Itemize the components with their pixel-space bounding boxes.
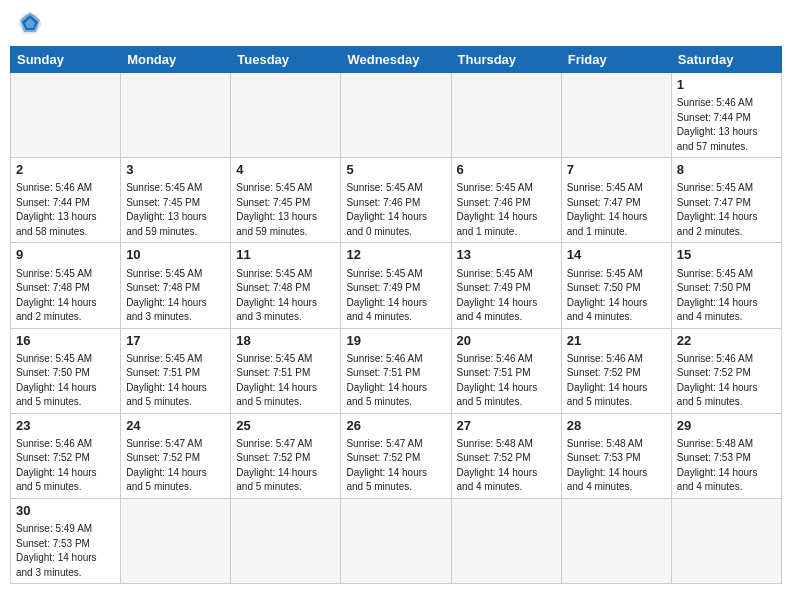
calendar-cell: 24Sunrise: 5:47 AMSunset: 7:52 PMDayligh… xyxy=(121,413,231,498)
calendar-week-row: 1Sunrise: 5:46 AMSunset: 7:44 PMDaylight… xyxy=(11,73,782,158)
calendar-cell: 1Sunrise: 5:46 AMSunset: 7:44 PMDaylight… xyxy=(671,73,781,158)
calendar-header-wednesday: Wednesday xyxy=(341,47,451,73)
day-number: 13 xyxy=(457,246,556,264)
day-info: Sunrise: 5:45 AMSunset: 7:45 PMDaylight:… xyxy=(126,181,225,239)
day-info: Sunrise: 5:46 AMSunset: 7:51 PMDaylight:… xyxy=(457,352,556,410)
day-info: Sunrise: 5:49 AMSunset: 7:53 PMDaylight:… xyxy=(16,522,115,580)
day-number: 6 xyxy=(457,161,556,179)
calendar-cell xyxy=(451,498,561,583)
calendar-cell: 20Sunrise: 5:46 AMSunset: 7:51 PMDayligh… xyxy=(451,328,561,413)
calendar-cell: 26Sunrise: 5:47 AMSunset: 7:52 PMDayligh… xyxy=(341,413,451,498)
calendar-cell: 13Sunrise: 5:45 AMSunset: 7:49 PMDayligh… xyxy=(451,243,561,328)
calendar-cell: 18Sunrise: 5:45 AMSunset: 7:51 PMDayligh… xyxy=(231,328,341,413)
calendar-cell xyxy=(341,498,451,583)
day-number: 12 xyxy=(346,246,445,264)
calendar-cell xyxy=(561,498,671,583)
day-number: 16 xyxy=(16,332,115,350)
day-info: Sunrise: 5:45 AMSunset: 7:50 PMDaylight:… xyxy=(16,352,115,410)
day-info: Sunrise: 5:45 AMSunset: 7:48 PMDaylight:… xyxy=(236,267,335,325)
calendar-cell: 9Sunrise: 5:45 AMSunset: 7:48 PMDaylight… xyxy=(11,243,121,328)
day-number: 7 xyxy=(567,161,666,179)
calendar-week-row: 30Sunrise: 5:49 AMSunset: 7:53 PMDayligh… xyxy=(11,498,782,583)
day-number: 23 xyxy=(16,417,115,435)
day-info: Sunrise: 5:45 AMSunset: 7:48 PMDaylight:… xyxy=(16,267,115,325)
calendar-cell: 30Sunrise: 5:49 AMSunset: 7:53 PMDayligh… xyxy=(11,498,121,583)
calendar-cell xyxy=(231,73,341,158)
day-number: 22 xyxy=(677,332,776,350)
day-info: Sunrise: 5:45 AMSunset: 7:50 PMDaylight:… xyxy=(567,267,666,325)
day-info: Sunrise: 5:48 AMSunset: 7:52 PMDaylight:… xyxy=(457,437,556,495)
day-info: Sunrise: 5:45 AMSunset: 7:46 PMDaylight:… xyxy=(346,181,445,239)
day-info: Sunrise: 5:45 AMSunset: 7:47 PMDaylight:… xyxy=(567,181,666,239)
calendar-week-row: 16Sunrise: 5:45 AMSunset: 7:50 PMDayligh… xyxy=(11,328,782,413)
day-info: Sunrise: 5:46 AMSunset: 7:44 PMDaylight:… xyxy=(677,96,776,154)
calendar-cell: 12Sunrise: 5:45 AMSunset: 7:49 PMDayligh… xyxy=(341,243,451,328)
calendar-cell: 14Sunrise: 5:45 AMSunset: 7:50 PMDayligh… xyxy=(561,243,671,328)
day-info: Sunrise: 5:45 AMSunset: 7:49 PMDaylight:… xyxy=(457,267,556,325)
day-info: Sunrise: 5:46 AMSunset: 7:52 PMDaylight:… xyxy=(16,437,115,495)
calendar-cell: 22Sunrise: 5:46 AMSunset: 7:52 PMDayligh… xyxy=(671,328,781,413)
calendar-cell xyxy=(231,498,341,583)
day-number: 8 xyxy=(677,161,776,179)
calendar-cell xyxy=(11,73,121,158)
calendar-week-row: 2Sunrise: 5:46 AMSunset: 7:44 PMDaylight… xyxy=(11,158,782,243)
day-info: Sunrise: 5:45 AMSunset: 7:49 PMDaylight:… xyxy=(346,267,445,325)
day-number: 28 xyxy=(567,417,666,435)
day-info: Sunrise: 5:47 AMSunset: 7:52 PMDaylight:… xyxy=(346,437,445,495)
day-number: 20 xyxy=(457,332,556,350)
day-info: Sunrise: 5:46 AMSunset: 7:44 PMDaylight:… xyxy=(16,181,115,239)
day-info: Sunrise: 5:48 AMSunset: 7:53 PMDaylight:… xyxy=(677,437,776,495)
calendar-week-row: 9Sunrise: 5:45 AMSunset: 7:48 PMDaylight… xyxy=(11,243,782,328)
day-info: Sunrise: 5:45 AMSunset: 7:51 PMDaylight:… xyxy=(236,352,335,410)
day-info: Sunrise: 5:45 AMSunset: 7:50 PMDaylight:… xyxy=(677,267,776,325)
day-number: 15 xyxy=(677,246,776,264)
calendar-header-sunday: Sunday xyxy=(11,47,121,73)
calendar-cell: 7Sunrise: 5:45 AMSunset: 7:47 PMDaylight… xyxy=(561,158,671,243)
day-number: 27 xyxy=(457,417,556,435)
day-number: 26 xyxy=(346,417,445,435)
day-number: 14 xyxy=(567,246,666,264)
day-number: 21 xyxy=(567,332,666,350)
calendar-cell: 29Sunrise: 5:48 AMSunset: 7:53 PMDayligh… xyxy=(671,413,781,498)
day-info: Sunrise: 5:48 AMSunset: 7:53 PMDaylight:… xyxy=(567,437,666,495)
calendar-cell: 10Sunrise: 5:45 AMSunset: 7:48 PMDayligh… xyxy=(121,243,231,328)
day-info: Sunrise: 5:45 AMSunset: 7:51 PMDaylight:… xyxy=(126,352,225,410)
calendar-cell xyxy=(341,73,451,158)
day-number: 29 xyxy=(677,417,776,435)
logo-icon xyxy=(14,10,46,38)
calendar-cell: 16Sunrise: 5:45 AMSunset: 7:50 PMDayligh… xyxy=(11,328,121,413)
calendar-cell: 19Sunrise: 5:46 AMSunset: 7:51 PMDayligh… xyxy=(341,328,451,413)
day-info: Sunrise: 5:47 AMSunset: 7:52 PMDaylight:… xyxy=(126,437,225,495)
day-info: Sunrise: 5:45 AMSunset: 7:46 PMDaylight:… xyxy=(457,181,556,239)
calendar-cell: 27Sunrise: 5:48 AMSunset: 7:52 PMDayligh… xyxy=(451,413,561,498)
day-number: 10 xyxy=(126,246,225,264)
day-number: 9 xyxy=(16,246,115,264)
day-info: Sunrise: 5:45 AMSunset: 7:47 PMDaylight:… xyxy=(677,181,776,239)
calendar-cell: 21Sunrise: 5:46 AMSunset: 7:52 PMDayligh… xyxy=(561,328,671,413)
calendar-header-monday: Monday xyxy=(121,47,231,73)
calendar-table: SundayMondayTuesdayWednesdayThursdayFrid… xyxy=(10,46,782,584)
logo xyxy=(14,10,50,38)
calendar-header-friday: Friday xyxy=(561,47,671,73)
day-number: 4 xyxy=(236,161,335,179)
day-info: Sunrise: 5:47 AMSunset: 7:52 PMDaylight:… xyxy=(236,437,335,495)
calendar-cell: 3Sunrise: 5:45 AMSunset: 7:45 PMDaylight… xyxy=(121,158,231,243)
calendar-cell xyxy=(671,498,781,583)
calendar-cell xyxy=(121,73,231,158)
calendar-cell: 4Sunrise: 5:45 AMSunset: 7:45 PMDaylight… xyxy=(231,158,341,243)
day-number: 25 xyxy=(236,417,335,435)
day-number: 2 xyxy=(16,161,115,179)
day-info: Sunrise: 5:46 AMSunset: 7:51 PMDaylight:… xyxy=(346,352,445,410)
day-number: 1 xyxy=(677,76,776,94)
calendar-cell xyxy=(451,73,561,158)
day-number: 5 xyxy=(346,161,445,179)
day-number: 30 xyxy=(16,502,115,520)
day-number: 11 xyxy=(236,246,335,264)
calendar-cell xyxy=(561,73,671,158)
calendar-cell: 2Sunrise: 5:46 AMSunset: 7:44 PMDaylight… xyxy=(11,158,121,243)
calendar-cell: 8Sunrise: 5:45 AMSunset: 7:47 PMDaylight… xyxy=(671,158,781,243)
day-info: Sunrise: 5:45 AMSunset: 7:45 PMDaylight:… xyxy=(236,181,335,239)
calendar-cell: 15Sunrise: 5:45 AMSunset: 7:50 PMDayligh… xyxy=(671,243,781,328)
calendar-cell: 6Sunrise: 5:45 AMSunset: 7:46 PMDaylight… xyxy=(451,158,561,243)
day-info: Sunrise: 5:46 AMSunset: 7:52 PMDaylight:… xyxy=(567,352,666,410)
